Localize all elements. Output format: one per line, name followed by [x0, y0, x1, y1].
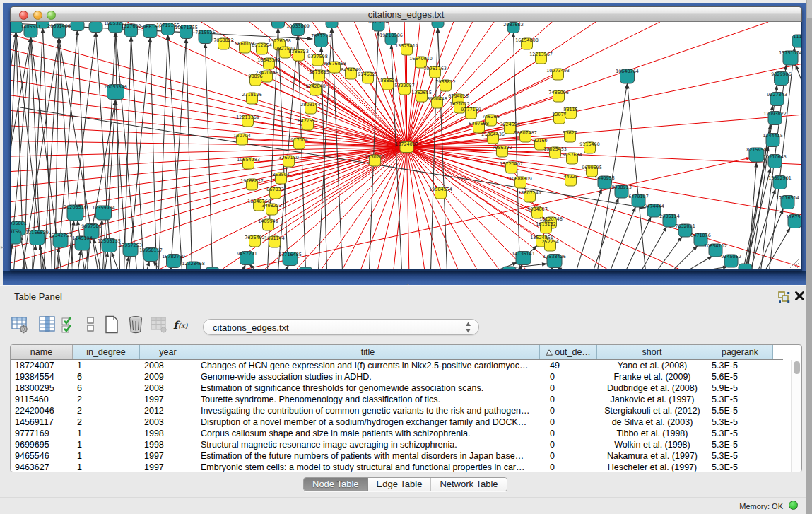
cell-in_degree: 2 — [73, 416, 140, 428]
graph-edge — [407, 147, 409, 269]
tab-network-table[interactable]: Network Table — [430, 478, 506, 491]
graph-node-label: 3624554 — [500, 122, 519, 127]
table-row[interactable]: 1938455462009Genome-wide association stu… — [11, 371, 783, 382]
graph-node[interactable] — [89, 22, 102, 33]
graph-node[interactable] — [326, 22, 338, 28]
function-builder-icon[interactable]: f (x) — [172, 315, 189, 334]
column-header-label: in_degree — [86, 347, 126, 357]
column-header-label: title — [361, 347, 375, 357]
cell-out_de: 0 — [540, 450, 597, 462]
cell-name: 9463627 — [11, 462, 73, 472]
graph-edge — [407, 147, 801, 267]
graph-node-label: 21364436 — [481, 132, 505, 137]
scrollbar-thumb[interactable] — [794, 361, 800, 374]
graph-node-label: 10807487 — [514, 130, 537, 136]
graph-node-label: 62160 — [533, 138, 547, 144]
table-settings-icon[interactable] — [11, 315, 28, 334]
graph-node[interactable] — [299, 267, 313, 269]
close-panel-icon[interactable] — [794, 291, 805, 301]
column-header-in_degree[interactable]: in_degree — [73, 345, 140, 359]
graph-node-label: 1409949 — [258, 218, 278, 224]
table-row[interactable]: 911546021997Tourette syndrome. Phenomeno… — [11, 394, 783, 405]
graph-node-label: 12213967 — [529, 52, 553, 57]
row-height-icon[interactable] — [83, 315, 100, 334]
table-row[interactable]: 2242004622012Investigating the contribut… — [11, 405, 783, 416]
show-column-icon[interactable] — [39, 315, 56, 334]
column-header-short[interactable]: short — [597, 345, 707, 359]
cell-in_degree: 1 — [73, 360, 140, 371]
cell-title: Disruption of a novel member of a sodium… — [196, 416, 540, 428]
table-body: 1872400712008Changes of HCN gene express… — [11, 360, 783, 472]
graph-node-label: 44923 — [563, 174, 577, 180]
graph-edge — [124, 36, 131, 269]
memory-status-label: Memory: OK — [739, 502, 783, 510]
graph-edge — [514, 33, 520, 269]
graph-node-label: 53115 — [563, 107, 577, 112]
cell-short: Wolkin et al. (1998) — [597, 439, 707, 450]
table-vertical-scrollbar[interactable] — [791, 360, 801, 472]
graph-node-label: 935061 — [11, 221, 27, 226]
graph-node-label: 10961763 — [423, 66, 447, 71]
float-panel-icon[interactable] — [778, 291, 790, 303]
cell-out_de: 0 — [540, 394, 597, 405]
graph-node-label: 5322037 — [394, 83, 414, 88]
graph-node-label: 12093822 — [763, 111, 787, 117]
import-table-icon[interactable] — [151, 315, 167, 334]
table-row[interactable]: 1456911722003Disruption of a novel membe… — [11, 416, 783, 428]
graph-node-label: 116753 — [786, 214, 801, 220]
graph-edge — [278, 35, 298, 269]
graph-node[interactable] — [739, 264, 752, 269]
graph-node[interactable] — [71, 22, 84, 31]
table-row[interactable]: 1830029562008Estimation of significance … — [11, 382, 783, 394]
graph-node-label: 15751074 — [779, 50, 801, 56]
graph-node-label: 28676068 — [323, 61, 346, 66]
tab-edge-table[interactable]: Edge Table — [367, 478, 431, 491]
table-panel-titlebar: Table Panel — [0, 286, 806, 307]
graph-node-label: 19218986 — [379, 33, 403, 38]
select-all-icon[interactable] — [61, 315, 78, 334]
graph-edge — [159, 35, 168, 269]
table-selector-combobox[interactable]: citations_edges.txt — [203, 319, 479, 335]
table-row[interactable]: 946362711997Embryonic stem cells: a mode… — [11, 462, 783, 472]
network-window-titlebar[interactable]: citations_edges.txt — [10, 6, 802, 22]
column-header-pagerank[interactable]: pagerank — [707, 345, 773, 359]
table-row[interactable]: 969969511998Structural magnetic resonanc… — [11, 439, 783, 450]
column-header-out_de[interactable]: out_de… — [540, 345, 597, 359]
tab-node-table[interactable]: Node Table — [304, 478, 367, 491]
graph-node-label: 9242848 — [305, 83, 325, 89]
memory-status-indicator[interactable] — [789, 501, 798, 510]
right-frame-strip — [806, 0, 812, 514]
cell-title: Tourette syndrome. Phenomenology and cla… — [196, 394, 540, 405]
graph-node-label: 10210643 — [763, 154, 787, 160]
cell-year: 1997 — [140, 450, 196, 462]
column-header-label: out_de… — [555, 347, 591, 357]
network-canvas[interactable]: 1405571206914061065326715276026966160107… — [11, 22, 801, 269]
graph-node[interactable] — [502, 267, 517, 269]
column-header-name[interactable]: name — [11, 345, 73, 359]
column-header-label: name — [30, 347, 52, 357]
table-row[interactable]: 1872400712008Changes of HCN gene express… — [11, 360, 783, 371]
graph-node-label: 9146821 — [358, 71, 377, 77]
graph-node-label: 5957684 — [562, 152, 582, 158]
graph-node[interactable] — [432, 22, 444, 28]
graph-node-label: 7632021 — [675, 223, 695, 229]
window-resize-grip[interactable] — [786, 255, 800, 269]
delete-table-icon-art — [127, 315, 144, 334]
graph-node-label: 1362615 — [411, 90, 431, 95]
graph-node-label: 12213369 — [236, 115, 259, 120]
graph-node-label: 10958117 — [139, 247, 163, 253]
graph-node-label: 10973493 — [546, 68, 570, 74]
graph-node-label: 13716485 — [278, 252, 302, 257]
table-settings-icon-art — [11, 315, 28, 334]
delete-table-icon[interactable] — [127, 315, 144, 334]
graph-node[interactable] — [272, 22, 285, 28]
graph-node[interactable] — [206, 267, 220, 269]
table-row[interactable]: 946554611997Estimation of the future num… — [11, 450, 783, 462]
graph-edge — [452, 264, 548, 269]
cell-name: 14569117 — [11, 416, 73, 428]
table-row[interactable]: 977716911998Corpus callosum shape and si… — [11, 428, 783, 439]
column-header-year[interactable]: year — [140, 345, 196, 359]
new-table-icon[interactable] — [103, 315, 120, 334]
left-edge-mark: ▸ — [1, 245, 5, 250]
column-header-title[interactable]: title — [196, 345, 540, 359]
